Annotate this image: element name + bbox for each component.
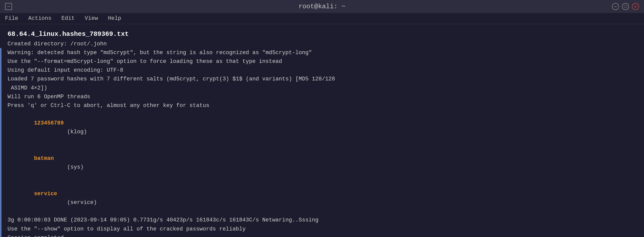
cracked-user-2: (sys) (34, 164, 84, 170)
menu-edit[interactable]: Edit (61, 15, 75, 22)
terminal-line-crack1: 123456789 (klog) (8, 110, 636, 145)
close-button[interactable]: ✕ (632, 3, 639, 10)
terminal-line-crack2: batman (sys) (8, 145, 636, 181)
terminal-line-done: 3g 0:00:00:03 DONE (2023-09-14 09:05) 0.… (8, 216, 636, 224)
left-border-accent (0, 48, 2, 237)
terminal-line-show-option: Use the "--show" option to display all o… (8, 225, 636, 233)
terminal-content[interactable]: 68.64.4_linux.hashes_789369.txt Created … (0, 24, 644, 237)
terminal-line-filename: 68.64.4_linux.hashes_789369.txt (8, 29, 636, 40)
cracked-user-1: (klog) (34, 129, 87, 135)
title-bar-left: — (5, 3, 12, 10)
terminal-wrapper: 68.64.4_linux.hashes_789369.txt Created … (0, 24, 644, 237)
minimize-button[interactable]: — (612, 3, 619, 10)
window-icon-symbol: — (7, 4, 10, 9)
cracked-password-1: 123456789 (34, 120, 64, 126)
terminal-window: — root@kali: ~ — □ ✕ File Actions Edit V… (0, 0, 644, 237)
title-bar-controls: — □ ✕ (612, 3, 639, 10)
terminal-line-asimd: ASIMD 4×2]) (8, 84, 636, 92)
menu-actions[interactable]: Actions (28, 15, 51, 22)
cracked-user-3: (service) (34, 199, 97, 206)
terminal-line-openmp: Will run 6 OpenMP threads (8, 92, 636, 101)
terminal-line-encoding: Using default input encoding: UTF-8 (8, 66, 636, 75)
window-title: root@kali: ~ (298, 3, 345, 10)
window-icon[interactable]: — (5, 3, 12, 10)
terminal-line-press-q: Press 'q' or Ctrl-C to abort, almost any… (8, 101, 636, 110)
terminal-line-crack3: service (service) (8, 181, 636, 216)
menu-view[interactable]: View (85, 15, 98, 22)
terminal-line-session: Session completed. (8, 233, 636, 237)
title-bar: — root@kali: ~ — □ ✕ (0, 0, 644, 13)
cracked-password-3: service (34, 191, 57, 197)
terminal-line-created-dir: Created directory: /root/.john (8, 40, 636, 48)
terminal-line-use-option: Use the "--format=md5crypt-long" option … (8, 57, 636, 66)
menu-file[interactable]: File (5, 15, 18, 22)
cracked-password-2: batman (34, 155, 54, 162)
maximize-button[interactable]: □ (622, 3, 629, 10)
terminal-line-loaded: Loaded 7 password hashes with 7 differen… (8, 75, 636, 83)
terminal-line-warning: Warning: detected hash type "md5crypt", … (8, 48, 636, 57)
menu-help[interactable]: Help (108, 15, 121, 22)
menu-bar: File Actions Edit View Help (0, 13, 644, 24)
